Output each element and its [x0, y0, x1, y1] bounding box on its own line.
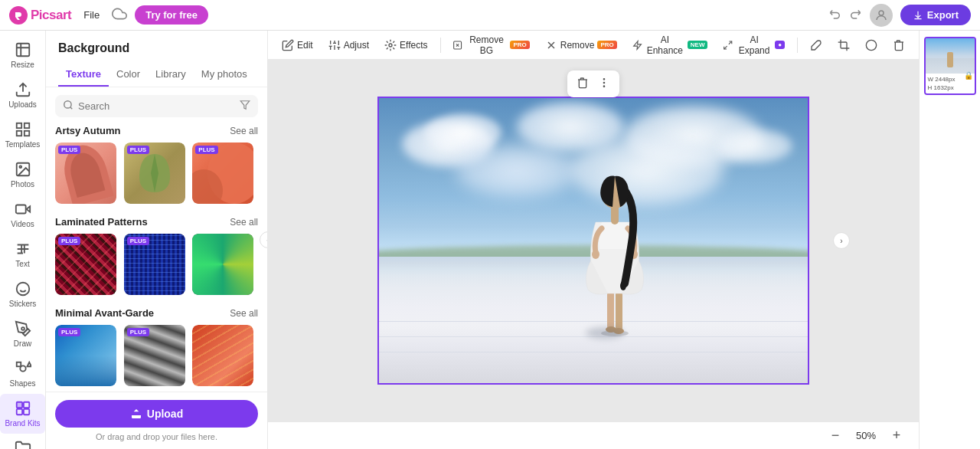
- file-menu[interactable]: File: [79, 8, 104, 22]
- avatar[interactable]: [870, 4, 893, 27]
- thumbnail-card[interactable]: W 2448px H 1632px 🔒: [924, 37, 976, 95]
- left-panel: Background Texture Color Library My phot…: [46, 31, 268, 449]
- section-header-artsy-autumn: Artsy Autumn See all: [55, 125, 258, 136]
- texture-item[interactable]: PLUS: [124, 143, 185, 204]
- svg-point-11: [16, 283, 29, 296]
- texture-item[interactable]: PLUS: [192, 143, 253, 204]
- svg-point-9: [19, 166, 21, 168]
- svg-line-34: [724, 46, 727, 49]
- tab-texture[interactable]: Texture: [58, 63, 109, 87]
- zoom-in-button[interactable]: +: [887, 426, 906, 446]
- sidebar-item-photos[interactable]: Photos: [0, 155, 45, 195]
- edit-button[interactable]: Edit: [276, 36, 319, 54]
- svg-marker-32: [633, 41, 641, 49]
- texture-item[interactable]: PLUS: [124, 234, 185, 295]
- texture-item[interactable]: PLUS: [55, 325, 116, 386]
- section-artsy-autumn: Artsy Autumn See all PLUS: [55, 125, 258, 204]
- sidebar-item-videos[interactable]: Videos: [0, 195, 45, 234]
- canvas-area[interactable]: ›: [268, 60, 919, 421]
- sidebar-item-my-folders[interactable]: My Folders: [0, 434, 45, 449]
- tab-my-photos[interactable]: My photos: [194, 63, 255, 87]
- export-label: Export: [927, 9, 959, 21]
- try-free-button[interactable]: Try for free: [135, 5, 208, 25]
- sidebar-item-stickers[interactable]: Stickers: [0, 274, 45, 314]
- sidebar-item-shapes[interactable]: Shapes: [0, 354, 45, 394]
- search-icon: [63, 100, 74, 113]
- svg-rect-41: [616, 291, 622, 331]
- texture-item[interactable]: PLUS: [124, 325, 185, 386]
- eyedropper-button[interactable]: [804, 36, 828, 54]
- texture-item[interactable]: PLUS: [55, 143, 116, 204]
- main-layout: Resize Uploads Templates Photos Videos: [0, 31, 980, 449]
- plus-badge: PLUS: [58, 328, 80, 336]
- texture-grid-minimal: PLUS PLUS: [55, 325, 258, 386]
- expand-right-button[interactable]: ›: [833, 232, 850, 249]
- tab-library[interactable]: Library: [148, 63, 194, 87]
- delete-button[interactable]: [887, 36, 911, 54]
- undo-button[interactable]: [828, 7, 842, 24]
- svg-rect-3: [16, 44, 29, 57]
- sidebar-item-uploads[interactable]: Uploads: [0, 75, 45, 115]
- effects-button[interactable]: Effects: [378, 36, 433, 54]
- plus-badge: PLUS: [58, 237, 80, 245]
- toolbar-sep: [440, 38, 441, 53]
- remove-button[interactable]: Remove PRO: [539, 36, 623, 54]
- panel-content: Artsy Autumn See all PLUS: [46, 125, 267, 392]
- texture-item[interactable]: PLUS: [55, 234, 116, 295]
- remove-bg-button[interactable]: Remove BG PRO: [446, 31, 535, 59]
- svg-point-48: [620, 281, 626, 290]
- cloud-icon[interactable]: [112, 6, 127, 25]
- search-input[interactable]: [78, 100, 235, 112]
- see-all-minimal[interactable]: See all: [230, 308, 258, 319]
- upload-button[interactable]: Upload: [55, 400, 258, 428]
- texture-grid-laminated: PLUS PLUS: [55, 234, 258, 295]
- crop-button[interactable]: [831, 36, 856, 54]
- topbar: Picsart File Try for free Export: [0, 0, 980, 31]
- undo-redo: [828, 7, 862, 24]
- panel-title: Background: [46, 31, 267, 63]
- canvas-container: Edit Adjust Effects Remove BG: [268, 31, 919, 449]
- export-button[interactable]: Export: [900, 5, 971, 25]
- sidebar-item-resize[interactable]: Resize: [0, 35, 45, 75]
- circle-button[interactable]: [859, 36, 884, 54]
- logo-text: Picsart: [31, 8, 71, 23]
- filter-icon[interactable]: [240, 100, 250, 113]
- canvas-more-btn[interactable]: [595, 74, 613, 94]
- svg-point-30: [389, 44, 392, 47]
- canvas-image[interactable]: [377, 97, 809, 385]
- upload-hint: Or drag and drop your files here.: [55, 432, 258, 441]
- svg-point-38: [603, 86, 604, 87]
- texture-item[interactable]: [192, 234, 253, 295]
- canvas-delete-btn[interactable]: [573, 74, 592, 94]
- sidebar-item-draw[interactable]: Draw: [0, 314, 45, 354]
- upload-area: Upload Or drag and drop your files here.: [46, 392, 267, 449]
- lock-icon: 🔒: [964, 71, 973, 80]
- sidebar-item-templates[interactable]: Templates: [0, 115, 45, 155]
- see-all-artsy-autumn[interactable]: See all: [230, 126, 258, 136]
- section-minimal-avant-garde: Minimal Avant-Garde See all PLUS: [55, 307, 258, 386]
- ai-enhance-button[interactable]: AI Enhance NEW: [626, 31, 714, 59]
- svg-rect-10: [15, 205, 25, 214]
- svg-marker-15: [27, 362, 31, 367]
- ai-expand-button[interactable]: AI Expand ●: [717, 31, 791, 59]
- logo[interactable]: Picsart: [9, 6, 71, 25]
- redo-button[interactable]: [848, 7, 862, 24]
- sidebar-item-brand-kits[interactable]: Brand Kits: [0, 394, 45, 434]
- section-laminated-patterns: Laminated Patterns See all PLUS: [55, 216, 258, 295]
- svg-rect-7: [16, 131, 21, 136]
- bottom-bar: − 50% +: [268, 421, 919, 449]
- adjust-button[interactable]: Adjust: [322, 36, 375, 54]
- sidebar: Resize Uploads Templates Photos Videos: [0, 31, 46, 449]
- sidebar-item-text[interactable]: Text: [0, 234, 45, 274]
- section-title-minimal: Minimal Avant-Garde: [55, 307, 154, 319]
- svg-rect-6: [24, 131, 28, 136]
- svg-rect-5: [24, 123, 28, 128]
- see-all-laminated[interactable]: See all: [230, 217, 258, 228]
- pro-badge-ai-expand: ●: [775, 41, 785, 49]
- svg-rect-17: [23, 402, 28, 408]
- right-panel: W 2448px H 1632px 🔒: [919, 31, 980, 449]
- texture-item[interactable]: [192, 325, 253, 386]
- zoom-out-button[interactable]: −: [825, 426, 845, 446]
- svg-rect-16: [16, 402, 21, 408]
- tab-color[interactable]: Color: [109, 63, 148, 87]
